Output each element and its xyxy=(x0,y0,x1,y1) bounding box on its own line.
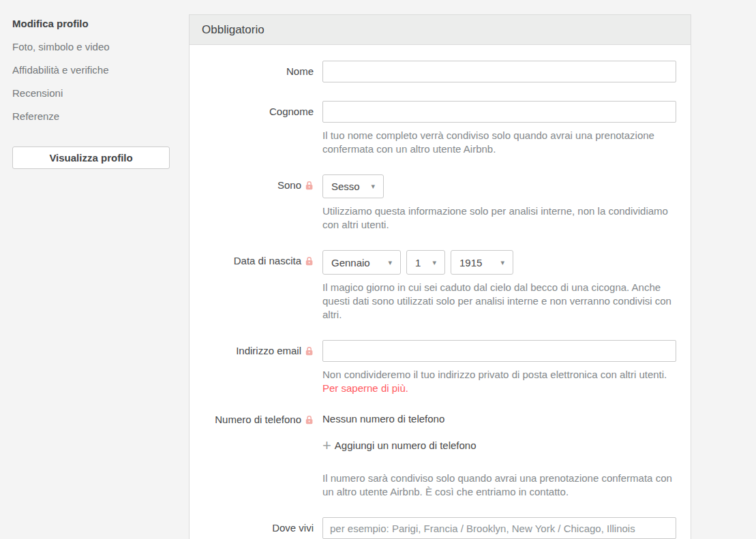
sono-label: Sono xyxy=(190,174,322,232)
add-phone-label: Aggiungi un numero di telefono xyxy=(335,440,477,451)
telefono-help-text: Il numero sarà condiviso solo quando avr… xyxy=(322,472,672,499)
learn-more-link[interactable]: Per saperne di più. xyxy=(322,382,408,394)
cognome-label-text: Cognome xyxy=(269,106,314,117)
caret-down-icon: ▾ xyxy=(432,259,436,266)
sidebar-item-referenze[interactable]: Referenze xyxy=(12,111,170,122)
sono-label-text: Sono xyxy=(277,180,301,191)
sidebar-item-modifica-profilo[interactable]: Modifica profilo xyxy=(12,18,170,29)
email-help-text: Non condivideremo il tuo indirizzo priva… xyxy=(322,368,672,395)
required-info-panel: Obbligatorio Nome Cognome Il tuo nome co… xyxy=(189,14,691,539)
nome-label: Nome xyxy=(190,61,322,82)
sono-help-text: Utilizziamo questa informazione solo per… xyxy=(322,204,672,232)
birth-month-select[interactable]: Gennaio ▾ xyxy=(322,250,401,275)
nome-input[interactable] xyxy=(322,61,676,82)
email-input[interactable] xyxy=(322,340,676,362)
sidebar-item-affidabilita-verifiche[interactable]: Affidabilità e verifiche xyxy=(12,65,170,76)
data-nascita-label: Data di nascita xyxy=(190,250,322,322)
lock-icon xyxy=(305,256,314,266)
form-row-sono: Sono Sesso ▾ Utilizziamo questa informaz… xyxy=(190,174,691,232)
form-row-email: Indirizzo email Non condivideremo il tuo… xyxy=(190,340,691,395)
dove-vivi-input[interactable] xyxy=(322,517,676,539)
lock-icon xyxy=(305,415,314,425)
view-profile-button[interactable]: Visualizza profilo xyxy=(12,147,170,169)
sidebar-item-recensioni[interactable]: Recensioni xyxy=(12,88,170,99)
email-label-text: Indirizzo email xyxy=(236,345,301,356)
nome-label-text: Nome xyxy=(286,66,314,77)
data-nascita-field: Gennaio ▾ 1 ▾ 1915 ▾ Il magico giorno in… xyxy=(322,250,672,322)
dove-vivi-label: Dove vivi xyxy=(190,517,322,539)
cognome-field: Il tuo nome completo verrà condiviso sol… xyxy=(322,101,676,156)
birth-month-value: Gennaio xyxy=(331,257,370,268)
dove-vivi-label-text: Dove vivi xyxy=(272,523,314,534)
caret-down-icon: ▾ xyxy=(388,259,392,266)
gender-select[interactable]: Sesso ▾ xyxy=(322,174,384,198)
gender-select-value: Sesso xyxy=(331,181,360,192)
plus-icon: + xyxy=(322,441,331,450)
lock-icon xyxy=(305,181,314,190)
dove-vivi-field xyxy=(322,517,676,539)
telefono-label: Numero di telefono xyxy=(190,414,322,499)
data-nascita-label-text: Data di nascita xyxy=(234,256,301,266)
phone-status-text: Nessun numero di telefono xyxy=(322,414,672,425)
caret-down-icon: ▾ xyxy=(500,259,504,266)
form-row-nome: Nome xyxy=(190,61,691,82)
sono-field: Sesso ▾ Utilizziamo questa informazione … xyxy=(322,174,672,232)
sidebar-item-foto-simbolo-video[interactable]: Foto, simbolo e video xyxy=(12,42,170,52)
birth-day-value: 1 xyxy=(415,257,421,268)
lock-icon xyxy=(305,346,314,356)
add-phone-button[interactable]: + Aggiungi un numero di telefono xyxy=(322,440,672,451)
email-field-wrap: Non condivideremo il tuo indirizzo priva… xyxy=(322,340,676,395)
email-help-body: Non condivideremo il tuo indirizzo priva… xyxy=(322,369,667,380)
form-row-dove-vivi: Dove vivi xyxy=(190,517,691,539)
nome-field xyxy=(322,61,676,82)
telefono-label-text: Numero di telefono xyxy=(215,414,301,425)
form-row-cognome: Cognome Il tuo nome completo verrà condi… xyxy=(190,101,691,156)
caret-down-icon: ▾ xyxy=(371,183,375,190)
cognome-help-text: Il tuo nome completo verrà condiviso sol… xyxy=(322,129,672,156)
telefono-field: Nessun numero di telefono + Aggiungi un … xyxy=(322,414,672,499)
panel-title: Obbligatorio xyxy=(202,23,264,37)
cognome-label: Cognome xyxy=(190,101,322,156)
panel-header: Obbligatorio xyxy=(190,15,691,45)
form-row-data-nascita: Data di nascita Gennaio ▾ 1 ▾ 191 xyxy=(190,250,691,322)
panel-body: Nome Cognome Il tuo nome completo verrà … xyxy=(190,45,691,539)
data-nascita-help-text: Il magico giorno in cui sei caduto dal c… xyxy=(322,281,672,322)
birth-year-select[interactable]: 1915 ▾ xyxy=(451,250,513,275)
birth-year-value: 1915 xyxy=(459,257,482,268)
birth-day-select[interactable]: 1 ▾ xyxy=(406,250,445,275)
cognome-input[interactable] xyxy=(322,101,676,123)
email-label: Indirizzo email xyxy=(190,340,322,395)
profile-sidebar: Modifica profilo Foto, simbolo e video A… xyxy=(12,18,170,169)
form-row-telefono: Numero di telefono Nessun numero di tele… xyxy=(190,414,691,499)
